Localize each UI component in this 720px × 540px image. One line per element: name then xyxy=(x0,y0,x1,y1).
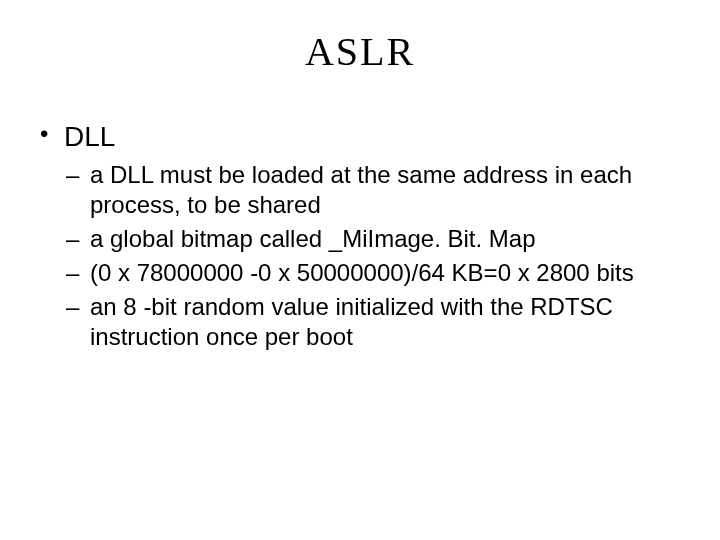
slide-title: ASLR xyxy=(0,0,720,93)
bullet-label: DLL xyxy=(64,121,115,152)
bullet-item: DLL a DLL must be loaded at the same add… xyxy=(36,119,684,352)
sub-bullet-item: a DLL must be loaded at the same address… xyxy=(64,160,684,220)
sub-bullet-item: (0 x 78000000 -0 x 50000000)/64 KB=0 x 2… xyxy=(64,258,684,288)
slide-content: DLL a DLL must be loaded at the same add… xyxy=(0,93,720,352)
sub-bullet-item: an 8 -bit random value initialized with … xyxy=(64,292,684,352)
slide: ASLR DLL a DLL must be loaded at the sam… xyxy=(0,0,720,540)
bullet-list: DLL a DLL must be loaded at the same add… xyxy=(36,119,684,352)
sub-bullet-list: a DLL must be loaded at the same address… xyxy=(64,160,684,352)
sub-bullet-item: a global bitmap called _MiImage. Bit. Ma… xyxy=(64,224,684,254)
